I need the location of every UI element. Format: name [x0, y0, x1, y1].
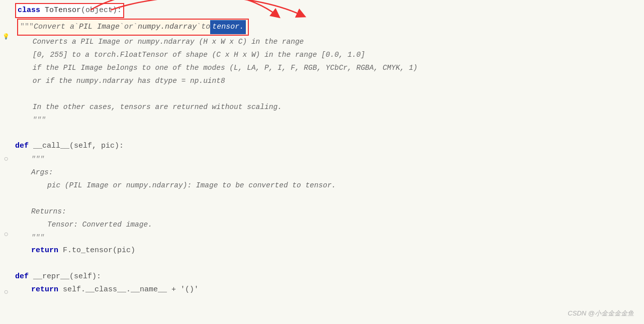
- watermark: CSDN @小金金金金鱼: [568, 309, 634, 318]
- class-name: ToTensor: [45, 6, 81, 15]
- backtick-3: `: [133, 21, 138, 34]
- backtick-4: `: [197, 21, 201, 34]
- empty-line-4: [15, 257, 644, 270]
- call-method-name: __call__: [29, 140, 69, 153]
- paren-close: ):: [113, 6, 122, 15]
- call-params: (self, pic):: [69, 140, 124, 153]
- call-returns-tensor: Tensor: Converted image.: [15, 218, 644, 231]
- call-docstring-open: """: [15, 153, 644, 166]
- repr-return-value: self.__class__.__name__ + '()': [58, 283, 199, 296]
- doc-line-2: [0, 255] to a torch.FloatTensor of shape…: [15, 48, 644, 61]
- repr-method-name: __repr__: [29, 270, 69, 283]
- backtick-1: `: [74, 21, 79, 34]
- line-gutter: 💡 ◯ ◯ ◯: [0, 0, 15, 324]
- class-def-box: class ToTensor(object):: [15, 3, 124, 18]
- doc-convert-text: Convert a: [34, 21, 74, 34]
- class-definition-line: class ToTensor(object):: [15, 0, 644, 18]
- code-area: class ToTensor(object):: [15, 0, 644, 296]
- repr-method-line: def __repr__ (self):: [15, 270, 644, 283]
- space: [40, 6, 45, 15]
- call-returns-label: Returns:: [15, 205, 644, 218]
- numpy-ndarray-text: numpy.ndarray: [138, 21, 197, 34]
- empty-line-1: [15, 87, 644, 100]
- empty-line-3: [15, 192, 644, 205]
- repr-params: (self):: [69, 270, 101, 283]
- call-return-line: return F.to_tensor(pic): [15, 244, 644, 257]
- gutter-icon-3: ◯: [3, 230, 10, 237]
- docstring-first-line: """ Convert a ` PIL Image ` or ` numpy.n…: [15, 19, 644, 35]
- gutter-icon-2: ◯: [3, 155, 10, 162]
- doc-or-text: or: [124, 21, 133, 34]
- call-args-label: Args:: [15, 166, 644, 179]
- code-container: 💡 ◯ ◯ ◯ class ToTensor(object):: [0, 0, 644, 324]
- def-keyword-2: def: [15, 270, 29, 283]
- tensor-highlight: tensor.: [210, 20, 246, 34]
- docstring-box: """ Convert a ` PIL Image ` or ` numpy.n…: [17, 19, 249, 36]
- repr-return-line: return self.__class__.__name__ + '()': [15, 283, 644, 296]
- doc-end-quotes: """: [15, 114, 644, 127]
- call-return-value: F.to_tensor(pic): [58, 244, 135, 257]
- doc-line-4: or if the numpy.ndarray has dtype = np.u…: [15, 74, 644, 87]
- doc-line-3: if the PIL Image belongs to one of the m…: [15, 61, 644, 74]
- backtick-2: `: [120, 21, 124, 34]
- gutter-icon-1: 💡: [3, 33, 10, 40]
- call-docstring-close: """: [15, 231, 644, 244]
- doc-line-5: In the other cases, tensors are returned…: [15, 100, 644, 114]
- call-pic-arg: pic (PIL Image or numpy.ndarray): Image …: [15, 179, 644, 192]
- class-keyword: class: [18, 6, 40, 15]
- pil-image-text: PIL Image: [79, 21, 120, 34]
- paren-open: (: [81, 6, 85, 15]
- class-parent: object: [85, 6, 113, 15]
- doc-to-text: to: [201, 21, 210, 34]
- open-quotes: """: [20, 21, 34, 34]
- def-keyword-1: def: [15, 140, 29, 153]
- call-method-line: def __call__ (self, pic):: [15, 140, 644, 153]
- gutter-icon-4: ◯: [3, 288, 10, 295]
- doc-line-1: Converts a PIL Image or numpy.ndarray (H…: [15, 35, 644, 48]
- empty-line-2: [15, 127, 644, 140]
- return-keyword-2: return: [31, 283, 58, 296]
- return-keyword-1: return: [31, 244, 58, 257]
